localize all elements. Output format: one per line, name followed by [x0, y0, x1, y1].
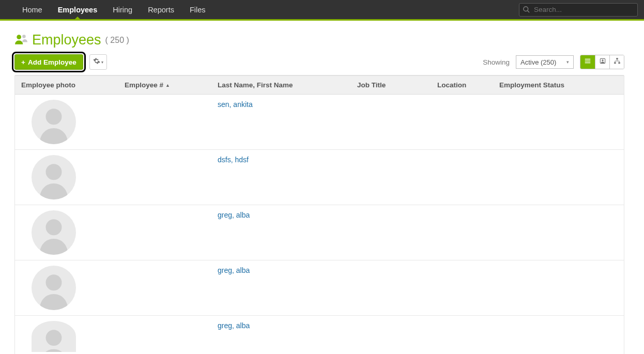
table-row: greg, alba — [15, 260, 624, 316]
employee-link[interactable]: sen, ankita — [218, 100, 253, 109]
cell-name: sen, ankita — [211, 100, 351, 109]
card-icon — [599, 57, 606, 67]
page-title: Employees — [32, 32, 101, 48]
th-employee-number[interactable]: Employee # ▲ — [118, 81, 211, 89]
chevron-down-icon: ▾ — [566, 59, 569, 65]
th-job-title[interactable]: Job Title — [351, 81, 431, 89]
page-count: ( 250 ) — [105, 36, 129, 45]
employee-link[interactable]: dsfs, hdsf — [218, 156, 249, 164]
table-row: dsfs, hdsf — [15, 150, 624, 205]
employee-link[interactable]: greg, alba — [218, 266, 250, 274]
add-employee-label: Add Employee — [28, 58, 76, 66]
search-icon — [523, 6, 530, 16]
settings-button[interactable]: ▾ — [89, 54, 107, 70]
svg-point-16 — [46, 330, 62, 346]
avatar — [32, 100, 76, 144]
toolbar-left: + Add Employee ▾ — [14, 54, 107, 70]
toolbar-right: Showing Active (250) ▾ — [483, 55, 624, 69]
th-location[interactable]: Location — [431, 81, 493, 89]
employee-table: Employee photo Employee # ▲ Last Name, F… — [14, 75, 624, 354]
toolbar: + Add Employee ▾ Showing Active (250) ▾ — [14, 54, 624, 70]
employee-link[interactable]: greg, alba — [218, 211, 250, 219]
nav-hiring[interactable]: Hiring — [105, 0, 140, 19]
org-chart-icon — [614, 57, 621, 67]
page-body: Employees ( 250 ) + Add Employee ▾ Showi… — [0, 21, 644, 354]
th-status[interactable]: Employment Status — [493, 81, 624, 89]
svg-point-8 — [602, 59, 604, 61]
svg-rect-11 — [618, 62, 620, 64]
sort-ascending-icon: ▲ — [165, 83, 170, 88]
nav-home[interactable]: Home — [14, 0, 50, 19]
svg-point-2 — [17, 35, 21, 39]
cell-name: greg, alba — [211, 266, 351, 275]
svg-point-13 — [46, 164, 62, 180]
svg-point-3 — [22, 35, 25, 38]
th-photo[interactable]: Employee photo — [15, 81, 118, 89]
view-list-button[interactable] — [580, 55, 595, 69]
nav-items: Home Employees Hiring Reports Files — [14, 0, 213, 19]
nav-files[interactable]: Files — [182, 0, 213, 19]
cell-photo — [15, 266, 118, 310]
cell-name: greg, alba — [211, 210, 351, 220]
cell-name: dsfs, hdsf — [211, 155, 351, 164]
cell-photo — [15, 210, 118, 255]
page-header: Employees ( 250 ) — [14, 32, 624, 48]
people-icon — [14, 33, 28, 48]
svg-point-14 — [46, 219, 62, 235]
avatar — [32, 210, 76, 255]
th-name[interactable]: Last Name, First Name — [211, 81, 351, 89]
table-row: sen, ankita — [15, 95, 624, 150]
cell-photo — [15, 155, 118, 199]
svg-point-15 — [46, 274, 62, 290]
cell-name: greg, alba — [211, 321, 351, 330]
nav-employees[interactable]: Employees — [50, 0, 105, 19]
top-navbar: Home Employees Hiring Reports Files — [0, 0, 644, 21]
table-row: greg, alba — [15, 316, 624, 354]
table-header: Employee photo Employee # ▲ Last Name, F… — [15, 75, 624, 95]
svg-line-1 — [528, 10, 529, 12]
svg-point-12 — [46, 109, 62, 125]
list-icon — [584, 57, 591, 67]
avatar — [32, 266, 76, 310]
showing-label: Showing — [483, 58, 510, 66]
svg-rect-10 — [614, 62, 616, 64]
search-input[interactable] — [519, 3, 638, 17]
plus-icon: + — [21, 58, 25, 66]
svg-point-0 — [524, 6, 528, 11]
filter-selected-value: Active (250) — [520, 58, 556, 66]
view-org-button[interactable] — [609, 55, 624, 69]
gear-icon — [93, 57, 100, 67]
search-box — [519, 3, 638, 17]
cell-photo — [15, 321, 118, 352]
view-mode-group — [580, 55, 624, 69]
add-employee-button[interactable]: + Add Employee — [14, 54, 83, 70]
th-employee-number-label: Employee # — [125, 81, 163, 89]
nav-reports[interactable]: Reports — [140, 0, 182, 19]
avatar — [32, 321, 76, 352]
avatar — [32, 155, 76, 199]
cell-photo — [15, 100, 118, 144]
table-row: greg, alba — [15, 205, 624, 260]
svg-rect-9 — [616, 58, 618, 59]
view-card-button[interactable] — [595, 55, 609, 69]
filter-dropdown[interactable]: Active (250) ▾ — [516, 55, 574, 69]
employee-link[interactable]: greg, alba — [218, 321, 250, 330]
chevron-down-icon: ▾ — [101, 60, 103, 65]
